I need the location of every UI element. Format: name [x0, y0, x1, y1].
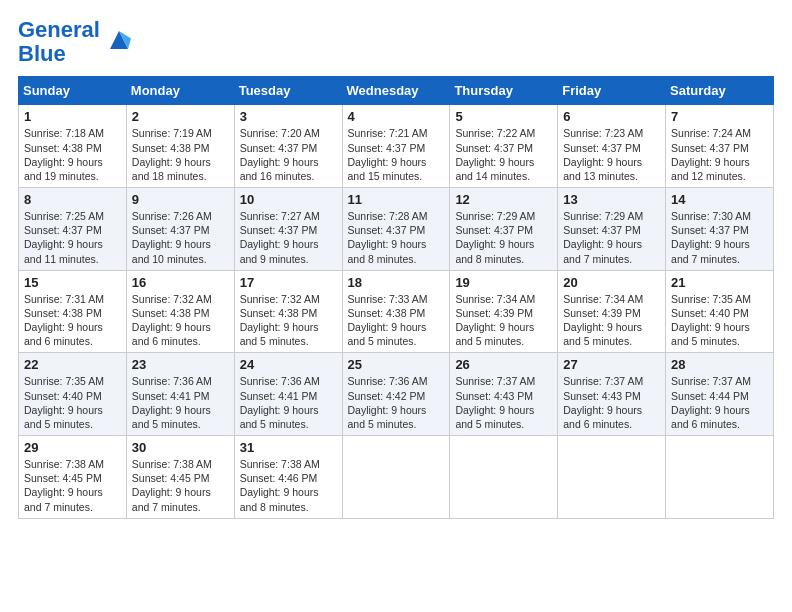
day-info: Sunrise: 7:34 AM Sunset: 4:39 PM Dayligh…	[455, 292, 552, 349]
weekday-header-friday: Friday	[558, 77, 666, 105]
day-number: 21	[671, 275, 768, 290]
day-number: 18	[348, 275, 445, 290]
day-cell: 25Sunrise: 7:36 AM Sunset: 4:42 PM Dayli…	[342, 353, 450, 436]
day-cell	[342, 436, 450, 519]
day-cell: 28Sunrise: 7:37 AM Sunset: 4:44 PM Dayli…	[666, 353, 774, 436]
day-cell: 6Sunrise: 7:23 AM Sunset: 4:37 PM Daylig…	[558, 105, 666, 188]
day-cell: 21Sunrise: 7:35 AM Sunset: 4:40 PM Dayli…	[666, 270, 774, 353]
day-cell: 17Sunrise: 7:32 AM Sunset: 4:38 PM Dayli…	[234, 270, 342, 353]
day-number: 8	[24, 192, 121, 207]
day-cell: 7Sunrise: 7:24 AM Sunset: 4:37 PM Daylig…	[666, 105, 774, 188]
day-number: 16	[132, 275, 229, 290]
day-cell: 27Sunrise: 7:37 AM Sunset: 4:43 PM Dayli…	[558, 353, 666, 436]
weekday-header-monday: Monday	[126, 77, 234, 105]
day-info: Sunrise: 7:36 AM Sunset: 4:41 PM Dayligh…	[240, 374, 337, 431]
day-info: Sunrise: 7:34 AM Sunset: 4:39 PM Dayligh…	[563, 292, 660, 349]
day-info: Sunrise: 7:29 AM Sunset: 4:37 PM Dayligh…	[455, 209, 552, 266]
day-info: Sunrise: 7:33 AM Sunset: 4:38 PM Dayligh…	[348, 292, 445, 349]
header: General Blue	[18, 18, 774, 66]
weekday-row: SundayMondayTuesdayWednesdayThursdayFrid…	[19, 77, 774, 105]
day-cell: 14Sunrise: 7:30 AM Sunset: 4:37 PM Dayli…	[666, 188, 774, 271]
day-cell: 19Sunrise: 7:34 AM Sunset: 4:39 PM Dayli…	[450, 270, 558, 353]
day-info: Sunrise: 7:28 AM Sunset: 4:37 PM Dayligh…	[348, 209, 445, 266]
day-info: Sunrise: 7:31 AM Sunset: 4:38 PM Dayligh…	[24, 292, 121, 349]
day-cell	[666, 436, 774, 519]
logo-blue: Blue	[18, 41, 66, 66]
day-number: 14	[671, 192, 768, 207]
day-number: 15	[24, 275, 121, 290]
day-cell: 1Sunrise: 7:18 AM Sunset: 4:38 PM Daylig…	[19, 105, 127, 188]
day-cell: 12Sunrise: 7:29 AM Sunset: 4:37 PM Dayli…	[450, 188, 558, 271]
day-info: Sunrise: 7:22 AM Sunset: 4:37 PM Dayligh…	[455, 126, 552, 183]
day-number: 9	[132, 192, 229, 207]
day-cell: 16Sunrise: 7:32 AM Sunset: 4:38 PM Dayli…	[126, 270, 234, 353]
day-cell: 13Sunrise: 7:29 AM Sunset: 4:37 PM Dayli…	[558, 188, 666, 271]
day-cell: 9Sunrise: 7:26 AM Sunset: 4:37 PM Daylig…	[126, 188, 234, 271]
day-number: 13	[563, 192, 660, 207]
day-info: Sunrise: 7:36 AM Sunset: 4:42 PM Dayligh…	[348, 374, 445, 431]
day-number: 12	[455, 192, 552, 207]
day-number: 2	[132, 109, 229, 124]
day-number: 23	[132, 357, 229, 372]
day-cell: 31Sunrise: 7:38 AM Sunset: 4:46 PM Dayli…	[234, 436, 342, 519]
day-info: Sunrise: 7:25 AM Sunset: 4:37 PM Dayligh…	[24, 209, 121, 266]
day-number: 5	[455, 109, 552, 124]
day-info: Sunrise: 7:21 AM Sunset: 4:37 PM Dayligh…	[348, 126, 445, 183]
weekday-header-thursday: Thursday	[450, 77, 558, 105]
day-info: Sunrise: 7:32 AM Sunset: 4:38 PM Dayligh…	[240, 292, 337, 349]
day-cell: 11Sunrise: 7:28 AM Sunset: 4:37 PM Dayli…	[342, 188, 450, 271]
day-info: Sunrise: 7:38 AM Sunset: 4:46 PM Dayligh…	[240, 457, 337, 514]
day-number: 3	[240, 109, 337, 124]
logo: General Blue	[18, 18, 134, 66]
day-info: Sunrise: 7:20 AM Sunset: 4:37 PM Dayligh…	[240, 126, 337, 183]
day-cell: 15Sunrise: 7:31 AM Sunset: 4:38 PM Dayli…	[19, 270, 127, 353]
day-cell: 10Sunrise: 7:27 AM Sunset: 4:37 PM Dayli…	[234, 188, 342, 271]
day-number: 11	[348, 192, 445, 207]
day-info: Sunrise: 7:38 AM Sunset: 4:45 PM Dayligh…	[24, 457, 121, 514]
week-row-3: 15Sunrise: 7:31 AM Sunset: 4:38 PM Dayli…	[19, 270, 774, 353]
logo-text: General Blue	[18, 18, 100, 66]
day-number: 6	[563, 109, 660, 124]
weekday-header-saturday: Saturday	[666, 77, 774, 105]
day-info: Sunrise: 7:26 AM Sunset: 4:37 PM Dayligh…	[132, 209, 229, 266]
day-info: Sunrise: 7:24 AM Sunset: 4:37 PM Dayligh…	[671, 126, 768, 183]
logo-icon	[104, 25, 134, 55]
week-row-4: 22Sunrise: 7:35 AM Sunset: 4:40 PM Dayli…	[19, 353, 774, 436]
day-cell	[450, 436, 558, 519]
weekday-header-sunday: Sunday	[19, 77, 127, 105]
logo-general: General	[18, 17, 100, 42]
calendar-body: 1Sunrise: 7:18 AM Sunset: 4:38 PM Daylig…	[19, 105, 774, 518]
day-cell: 20Sunrise: 7:34 AM Sunset: 4:39 PM Dayli…	[558, 270, 666, 353]
day-number: 20	[563, 275, 660, 290]
day-info: Sunrise: 7:37 AM Sunset: 4:44 PM Dayligh…	[671, 374, 768, 431]
day-cell: 8Sunrise: 7:25 AM Sunset: 4:37 PM Daylig…	[19, 188, 127, 271]
day-info: Sunrise: 7:27 AM Sunset: 4:37 PM Dayligh…	[240, 209, 337, 266]
day-info: Sunrise: 7:19 AM Sunset: 4:38 PM Dayligh…	[132, 126, 229, 183]
day-info: Sunrise: 7:36 AM Sunset: 4:41 PM Dayligh…	[132, 374, 229, 431]
day-number: 10	[240, 192, 337, 207]
day-number: 29	[24, 440, 121, 455]
day-number: 17	[240, 275, 337, 290]
calendar-header: SundayMondayTuesdayWednesdayThursdayFrid…	[19, 77, 774, 105]
day-info: Sunrise: 7:29 AM Sunset: 4:37 PM Dayligh…	[563, 209, 660, 266]
day-info: Sunrise: 7:37 AM Sunset: 4:43 PM Dayligh…	[563, 374, 660, 431]
day-number: 30	[132, 440, 229, 455]
weekday-header-wednesday: Wednesday	[342, 77, 450, 105]
day-number: 25	[348, 357, 445, 372]
day-cell: 26Sunrise: 7:37 AM Sunset: 4:43 PM Dayli…	[450, 353, 558, 436]
week-row-5: 29Sunrise: 7:38 AM Sunset: 4:45 PM Dayli…	[19, 436, 774, 519]
week-row-1: 1Sunrise: 7:18 AM Sunset: 4:38 PM Daylig…	[19, 105, 774, 188]
day-cell: 2Sunrise: 7:19 AM Sunset: 4:38 PM Daylig…	[126, 105, 234, 188]
calendar: SundayMondayTuesdayWednesdayThursdayFrid…	[18, 76, 774, 518]
day-number: 28	[671, 357, 768, 372]
day-cell: 23Sunrise: 7:36 AM Sunset: 4:41 PM Dayli…	[126, 353, 234, 436]
day-number: 19	[455, 275, 552, 290]
day-info: Sunrise: 7:32 AM Sunset: 4:38 PM Dayligh…	[132, 292, 229, 349]
day-cell: 18Sunrise: 7:33 AM Sunset: 4:38 PM Dayli…	[342, 270, 450, 353]
day-number: 1	[24, 109, 121, 124]
day-cell: 24Sunrise: 7:36 AM Sunset: 4:41 PM Dayli…	[234, 353, 342, 436]
week-row-2: 8Sunrise: 7:25 AM Sunset: 4:37 PM Daylig…	[19, 188, 774, 271]
weekday-header-tuesday: Tuesday	[234, 77, 342, 105]
day-info: Sunrise: 7:23 AM Sunset: 4:37 PM Dayligh…	[563, 126, 660, 183]
day-cell: 22Sunrise: 7:35 AM Sunset: 4:40 PM Dayli…	[19, 353, 127, 436]
